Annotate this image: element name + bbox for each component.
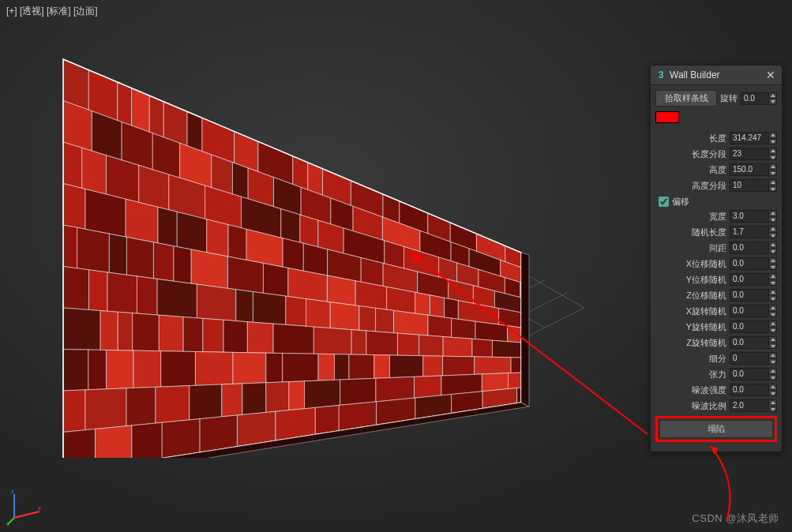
param-spinner[interactable]: 314.247 <box>730 132 777 144</box>
param-label: 随机长度 <box>655 227 730 238</box>
svg-marker-42 <box>232 163 248 199</box>
svg-marker-90 <box>77 227 110 272</box>
svg-marker-75 <box>158 207 177 246</box>
svg-marker-119 <box>359 306 376 332</box>
svg-marker-141 <box>443 337 472 357</box>
param-spinner[interactable]: 150.0 <box>730 163 777 176</box>
svg-marker-177 <box>482 373 508 392</box>
param-spinner[interactable]: 0.0 <box>730 384 777 396</box>
svg-marker-132 <box>203 318 223 352</box>
svg-marker-93 <box>153 242 173 281</box>
param-spinner[interactable]: 10 <box>730 179 777 192</box>
panel-body: 拾取样条线 旋转 0.0 长度 314.247 长度分段 23 高度 150.0 <box>651 85 782 451</box>
svg-marker-168 <box>222 384 242 417</box>
param-label: Y位移随机 <box>655 274 730 286</box>
svg-marker-103 <box>430 295 444 317</box>
param-spinner[interactable]: 2.0 <box>730 399 777 412</box>
svg-marker-181 <box>95 425 131 458</box>
collapse-highlight: 塌陷 <box>655 416 777 442</box>
svg-marker-147 <box>107 350 134 388</box>
pick-spline-button[interactable]: 拾取样条线 <box>655 90 717 107</box>
param-row-张力: 张力 0.0 <box>655 367 777 381</box>
svg-marker-163 <box>63 390 85 433</box>
param-spinner[interactable]: 0.0 <box>730 305 777 317</box>
param-spinner[interactable]: 0.0 <box>730 242 777 254</box>
svg-marker-146 <box>88 350 107 390</box>
svg-marker-149 <box>161 351 196 387</box>
collapse-button[interactable]: 塌陷 <box>659 420 773 438</box>
svg-marker-183 <box>162 419 200 458</box>
svg-marker-97 <box>263 263 287 296</box>
svg-marker-140 <box>419 335 444 356</box>
svg-marker-178 <box>509 373 521 389</box>
svg-marker-72 <box>63 184 85 230</box>
svg-marker-152 <box>266 353 283 383</box>
param-row-高度: 高度 150.0 <box>655 163 777 177</box>
svg-marker-129 <box>133 313 160 351</box>
svg-marker-157 <box>374 355 390 379</box>
svg-marker-78 <box>228 225 246 260</box>
svg-marker-169 <box>242 383 266 415</box>
svg-marker-114 <box>236 290 253 322</box>
param-spinner[interactable]: 0.0 <box>730 368 777 380</box>
svg-marker-111 <box>137 276 157 315</box>
param-spinner[interactable]: 0.0 <box>730 336 777 349</box>
svg-marker-121 <box>393 310 428 335</box>
svg-marker-156 <box>349 354 374 380</box>
param-row-高度分段: 高度分段 10 <box>655 178 777 193</box>
svg-marker-164 <box>85 388 126 430</box>
svg-marker-130 <box>159 315 183 351</box>
param-row-X旋转随机: X旋转随机 0.0 <box>655 304 777 318</box>
param-label: 张力 <box>655 369 730 380</box>
svg-marker-125 <box>508 326 521 343</box>
svg-text:z: z <box>11 488 14 495</box>
svg-marker-61 <box>300 215 318 247</box>
svg-marker-99 <box>327 275 355 305</box>
svg-marker-122 <box>428 315 452 337</box>
rotate-spinner[interactable]: 0.0 <box>741 92 777 105</box>
svg-marker-153 <box>283 354 318 382</box>
param-row-X位移随机: X位移随机 0.0 <box>655 257 777 271</box>
param-row-Z旋转随机: Z旋转随机 0.0 <box>655 335 777 350</box>
panel-titlebar[interactable]: 3 Wall Builder ✕ <box>651 66 782 85</box>
offset-checkbox-row[interactable]: 偏移 <box>659 196 777 208</box>
param-row-长度: 长度 314.247 <box>655 131 777 145</box>
offset-checkbox[interactable] <box>659 197 669 207</box>
param-label: 细分 <box>655 353 730 365</box>
svg-marker-94 <box>174 246 191 283</box>
svg-marker-91 <box>109 234 126 275</box>
svg-marker-54 <box>82 148 107 194</box>
svg-marker-60 <box>281 209 300 243</box>
param-spinner[interactable]: 23 <box>730 148 777 160</box>
svg-marker-166 <box>156 386 190 423</box>
param-label: 噪波强度 <box>655 384 730 396</box>
viewport-label[interactable]: [+] [透视] [标准] [边面] <box>6 5 98 18</box>
svg-marker-113 <box>197 284 235 320</box>
svg-marker-165 <box>126 387 156 425</box>
param-label: 宽度 <box>655 211 730 223</box>
svg-marker-53 <box>63 142 82 188</box>
param-spinner[interactable]: 3.0 <box>730 210 777 223</box>
close-icon[interactable]: ✕ <box>764 69 777 81</box>
svg-marker-162 <box>511 358 521 373</box>
svg-marker-196 <box>521 253 529 406</box>
svg-marker-116 <box>286 296 306 326</box>
param-spinner[interactable]: 0 <box>730 352 777 365</box>
svg-marker-138 <box>366 331 397 355</box>
svg-marker-154 <box>318 354 334 380</box>
svg-marker-92 <box>126 237 153 278</box>
param-spinner[interactable]: 0.0 <box>730 273 777 286</box>
param-spinner[interactable]: 0.0 <box>730 289 777 302</box>
annotation-arrow-2 <box>695 442 750 521</box>
color-swatch[interactable] <box>655 111 679 123</box>
param-spinner[interactable]: 0.0 <box>730 320 777 333</box>
param-label: 长度分段 <box>655 148 730 160</box>
svg-marker-77 <box>207 219 228 257</box>
param-label: 长度 <box>655 133 730 144</box>
param-spinner[interactable]: 0.0 <box>730 257 777 270</box>
param-spinner[interactable]: 1.7 <box>730 226 777 238</box>
param-row-宽度: 宽度 3.0 <box>655 209 777 223</box>
wall-builder-panel: 3 Wall Builder ✕ 拾取样条线 旋转 0.0 长度 314.247… <box>650 65 783 452</box>
svg-marker-184 <box>200 415 237 452</box>
param-row-Z位移随机: Z位移随机 0.0 <box>655 288 777 302</box>
